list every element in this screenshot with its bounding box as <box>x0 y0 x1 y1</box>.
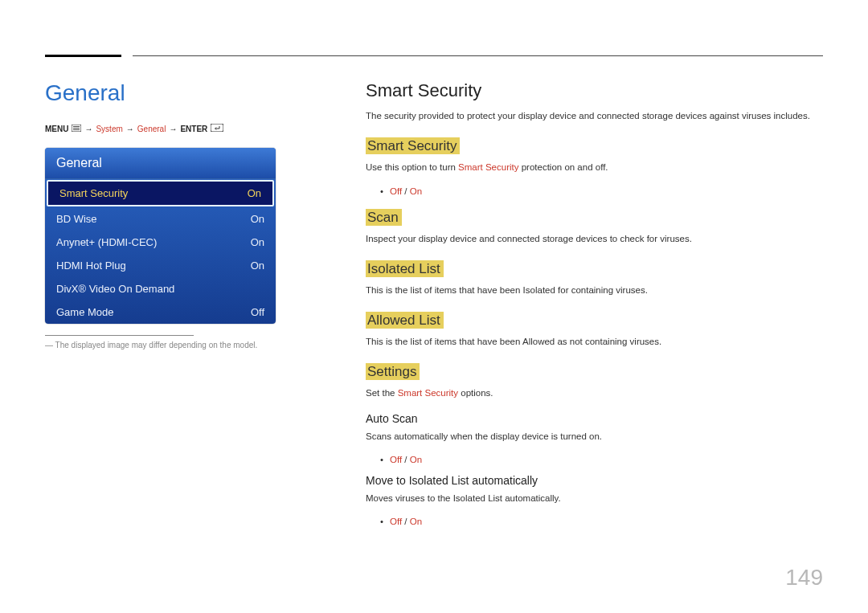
enter-icon <box>211 124 223 133</box>
option-item: Off / On <box>380 517 824 526</box>
page-number: 149 <box>785 565 823 591</box>
breadcrumb-arrow: → <box>126 125 134 133</box>
sub-heading: Auto Scan <box>366 412 824 425</box>
breadcrumb-arrow: → <box>84 125 92 133</box>
page-title: General <box>45 80 286 106</box>
menu-value: On <box>248 187 261 199</box>
highlighted-heading: Allowed List <box>366 312 444 329</box>
menu-panel: General Smart SecurityOnBD WiseOnAnynet+… <box>45 148 276 324</box>
footnote: ― The displayed image may differ dependi… <box>45 341 286 349</box>
breadcrumb: MENU → System → General → ENTER <box>45 124 286 133</box>
right-column: Smart Security The security provided to … <box>366 80 824 536</box>
left-column: General MENU → System → General → ENTER … <box>45 80 286 349</box>
menu-value: On <box>251 213 264 225</box>
header-rule <box>133 55 823 56</box>
menu-label: Game Mode <box>56 306 114 318</box>
highlighted-heading: Isolated List <box>366 260 444 277</box>
breadcrumb-general: General <box>137 125 166 133</box>
breadcrumb-arrow: → <box>169 125 177 133</box>
section-text: Moves viruses to the Isolated List autom… <box>366 492 824 505</box>
panel-header: General <box>45 148 276 179</box>
breadcrumb-menu: MENU <box>45 125 68 133</box>
section-text: Scans automatically when the display dev… <box>366 430 824 443</box>
section-text: Use this option to turn Smart Security p… <box>366 161 824 174</box>
menu-value: Off <box>251 306 264 318</box>
menu-row[interactable]: Smart SecurityOn <box>47 180 274 206</box>
option-item: Off / On <box>380 455 824 464</box>
highlighted-heading: Scan <box>366 209 402 226</box>
sub-heading: Move to Isolated List automatically <box>366 474 824 487</box>
highlighted-heading: Settings <box>366 363 420 380</box>
menu-label: Smart Security <box>59 187 128 199</box>
section-title: Smart Security <box>366 80 824 101</box>
menu-row[interactable]: BD WiseOn <box>45 207 276 231</box>
menu-row[interactable]: Game ModeOff <box>45 300 276 324</box>
menu-value: On <box>251 236 264 248</box>
menu-label: Anynet+ (HDMI-CEC) <box>56 236 157 248</box>
option-item: Off / On <box>380 186 824 196</box>
menu-row[interactable]: HDMI Hot PlugOn <box>45 254 276 277</box>
menu-label: HDMI Hot Plug <box>56 260 126 272</box>
options-list: Off / On <box>380 517 824 526</box>
section-text: Set the Smart Security options. <box>366 386 824 400</box>
menu-icon <box>72 125 81 133</box>
intro-text: The security provided to protect your di… <box>366 109 824 123</box>
menu-label: DivX® Video On Demand <box>56 283 174 295</box>
section-text: This is the list of items that have been… <box>366 335 824 349</box>
svg-rect-4 <box>211 124 223 132</box>
breadcrumb-enter: ENTER <box>180 125 207 133</box>
menu-row[interactable]: DivX® Video On Demand <box>45 277 276 300</box>
section-text: This is the list of items that have been… <box>366 284 824 297</box>
header-accent-bar <box>45 55 121 57</box>
options-list: Off / On <box>380 186 824 196</box>
footnote-rule <box>45 335 194 336</box>
section-text: Inspect your display device and connecte… <box>366 232 824 246</box>
breadcrumb-system: System <box>96 125 122 133</box>
highlighted-heading: Smart Security <box>366 137 460 154</box>
options-list: Off / On <box>380 455 824 464</box>
menu-row[interactable]: Anynet+ (HDMI-CEC)On <box>45 231 276 254</box>
menu-label: BD Wise <box>56 213 97 225</box>
menu-value: On <box>251 260 264 272</box>
